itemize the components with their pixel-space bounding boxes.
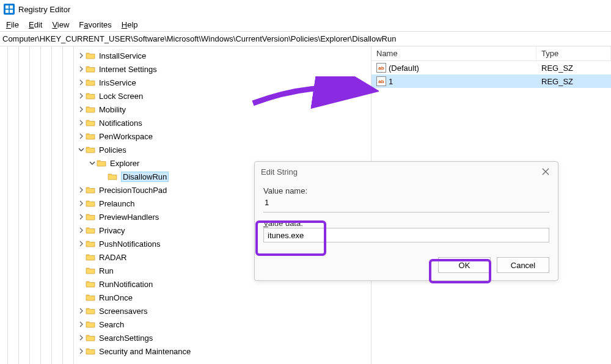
folder-icon [86, 65, 97, 73]
tree-item-label: PenWorkspace [99, 132, 153, 141]
chevron-right-icon[interactable] [77, 307, 86, 315]
cancel-button[interactable]: Cancel [497, 257, 549, 273]
menu-favorites[interactable]: Favorites [74, 19, 116, 31]
tree-item[interactable]: Notifications [0, 116, 371, 129]
value-type: REG_SZ [536, 64, 611, 73]
tree-item-label: Run [99, 266, 114, 275]
chevron-right-icon[interactable] [77, 92, 86, 100]
folder-icon [86, 266, 97, 275]
tree-item-label: Mobility [99, 105, 126, 114]
tree-item-label: PushNotifications [99, 239, 160, 249]
folder-icon [86, 320, 97, 329]
folder-icon [86, 253, 97, 261]
tree-item[interactable]: IrisService [0, 76, 371, 89]
menu-edit[interactable]: Edit [24, 19, 47, 31]
tree-item-label: DisallowRun [121, 172, 169, 182]
chevron-right-icon[interactable] [77, 199, 86, 208]
folder-icon [86, 239, 97, 248]
tree-item[interactable]: SearchSettings [0, 331, 371, 344]
folder-icon [86, 105, 97, 114]
list-header[interactable]: Name Type [371, 46, 611, 61]
chevron-right-icon[interactable] [77, 320, 86, 329]
chevron-right-icon[interactable] [77, 333, 86, 342]
chevron-right-icon[interactable] [77, 118, 86, 127]
tree-item-label: Lock Screen [99, 92, 143, 101]
menu-file[interactable]: File [1, 19, 24, 31]
chevron-right-icon[interactable] [77, 132, 86, 140]
folder-icon [86, 333, 97, 342]
window-title: Registry Editor [18, 5, 70, 14]
ok-button[interactable]: OK [438, 257, 491, 273]
string-value-icon: ab [376, 63, 386, 73]
chevron-right-icon[interactable] [77, 347, 86, 355]
chevron-down-icon[interactable] [88, 159, 97, 167]
tree-item[interactable]: InstallService [0, 49, 371, 62]
tree-item-label: RunOnce [99, 293, 133, 302]
menu-view[interactable]: View [47, 19, 74, 31]
edit-string-dialog: Edit String Value name: 1 Value data: OK… [254, 161, 558, 281]
tree-item-label: Internet Settings [99, 65, 157, 74]
folder-icon [97, 159, 108, 167]
folder-icon [86, 199, 97, 208]
tree-item-label: PrecisionTouchPad [99, 186, 167, 195]
tree-item-label: Security and Maintenance [99, 347, 191, 356]
folder-icon [86, 213, 97, 221]
chevron-right-icon[interactable] [77, 239, 86, 248]
string-value-icon: ab [376, 76, 386, 86]
tree-item-label: SearchSettings [99, 333, 153, 343]
folder-icon [86, 347, 97, 355]
tree-item[interactable]: Security and Maintenance [0, 344, 371, 358]
tree-item[interactable]: Policies [0, 143, 371, 156]
tree-item-label: Explorer [110, 159, 139, 168]
folder-icon [86, 92, 97, 100]
menu-help[interactable]: Help [117, 19, 143, 31]
svg-rect-1 [10, 5, 13, 9]
chevron-right-icon[interactable] [77, 65, 86, 73]
svg-rect-2 [5, 10, 9, 13]
chevron-right-icon[interactable] [77, 213, 86, 221]
folder-icon [86, 118, 97, 127]
tree-item-label: RADAR [99, 253, 127, 262]
tree-item-label: Screensavers [99, 307, 147, 316]
folder-icon [86, 307, 97, 315]
svg-rect-3 [10, 10, 13, 13]
folder-icon [86, 186, 97, 194]
list-row[interactable]: ab1REG_SZ [371, 75, 611, 88]
folder-icon [86, 78, 97, 87]
col-header-name[interactable]: Name [371, 46, 536, 60]
folder-icon [86, 51, 97, 60]
menu-bar: File Edit View Favorites Help [0, 18, 611, 32]
tree-item[interactable]: Screensavers [0, 304, 371, 318]
close-icon[interactable] [540, 166, 552, 178]
tree-item-label: InstallService [99, 51, 146, 60]
tree-item[interactable]: Search [0, 318, 371, 331]
address-text: Computer\HKEY_CURRENT_USER\Software\Micr… [2, 34, 396, 43]
tree-item[interactable]: RunOnce [0, 291, 371, 304]
address-bar[interactable]: Computer\HKEY_CURRENT_USER\Software\Micr… [0, 32, 611, 46]
chevron-right-icon[interactable] [77, 51, 86, 60]
chevron-right-icon[interactable] [77, 226, 86, 235]
list-row[interactable]: ab(Default)REG_SZ [371, 61, 611, 75]
folder-icon [86, 226, 97, 235]
value-data-input[interactable] [263, 228, 549, 242]
tree-item[interactable]: Internet Settings [0, 62, 371, 76]
tree-item-label: IrisService [99, 78, 136, 87]
folder-icon [86, 280, 97, 288]
chevron-right-icon[interactable] [77, 78, 86, 87]
chevron-right-icon[interactable] [77, 105, 86, 114]
chevron-down-icon[interactable] [77, 145, 86, 154]
value-name-field: 1 [263, 195, 549, 213]
tree-item[interactable]: PenWorkspace [0, 129, 371, 143]
dialog-titlebar: Edit String [255, 162, 558, 181]
folder-icon [86, 132, 97, 140]
col-header-type[interactable]: Type [536, 46, 611, 60]
dialog-title: Edit String [261, 167, 298, 177]
tree-item[interactable]: Mobility [0, 103, 371, 116]
tree-item[interactable]: Lock Screen [0, 89, 371, 103]
tree-item-label: Privacy [99, 226, 125, 235]
value-name-label: Value name: [263, 186, 549, 195]
folder-icon [86, 293, 97, 302]
chevron-right-icon[interactable] [77, 186, 86, 194]
folder-icon [108, 172, 119, 181]
tree-item-label: Search [99, 320, 124, 329]
